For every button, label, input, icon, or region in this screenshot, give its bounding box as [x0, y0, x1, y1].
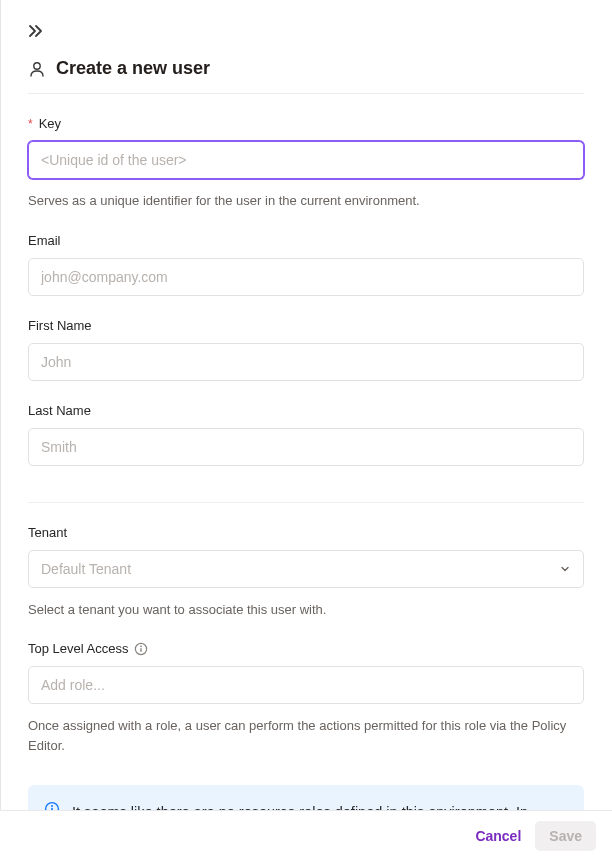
email-input[interactable] — [28, 258, 584, 296]
email-label: Email — [28, 233, 61, 248]
top-level-access-help: Once assigned with a role, a user can pe… — [28, 716, 584, 755]
first-name-label: First Name — [28, 318, 92, 333]
page-title: Create a new user — [56, 58, 210, 79]
info-alert: It seems like there are no resource role… — [28, 785, 584, 810]
svg-point-2 — [141, 645, 143, 647]
user-icon — [28, 60, 46, 78]
svg-point-5 — [51, 805, 53, 807]
collapse-panel-button[interactable] — [28, 24, 584, 38]
top-level-access-label: Top Level Access — [28, 641, 128, 656]
tenant-label: Tenant — [28, 525, 67, 540]
first-name-input[interactable] — [28, 343, 584, 381]
tenant-help: Select a tenant you want to associate th… — [28, 600, 584, 620]
save-button[interactable]: Save — [535, 821, 596, 851]
top-level-access-input[interactable] — [28, 666, 584, 704]
key-label: Key — [39, 116, 61, 131]
field-first-name: First Name — [28, 318, 584, 381]
footer: Cancel Save — [0, 810, 612, 860]
tenant-selected-value: Default Tenant — [41, 561, 131, 577]
tenant-select[interactable]: Default Tenant — [28, 550, 584, 588]
field-top-level-access: Top Level Access Once assigned with a ro… — [28, 641, 584, 755]
cancel-button[interactable]: Cancel — [475, 828, 521, 844]
last-name-input[interactable] — [28, 428, 584, 466]
field-email: Email — [28, 233, 584, 296]
field-tenant: Tenant Default Tenant Select a tenant yo… — [28, 525, 584, 620]
chevrons-right-icon — [28, 24, 44, 38]
key-input[interactable] — [28, 141, 584, 179]
required-marker: * — [28, 118, 33, 130]
section-divider — [28, 502, 584, 503]
chevron-down-icon — [559, 563, 571, 575]
field-last-name: Last Name — [28, 403, 584, 466]
info-icon[interactable] — [134, 642, 148, 656]
field-key: * Key Serves as a unique identifier for … — [28, 116, 584, 211]
page-title-row: Create a new user — [28, 58, 584, 94]
key-help: Serves as a unique identifier for the us… — [28, 191, 584, 211]
svg-rect-3 — [141, 648, 142, 652]
last-name-label: Last Name — [28, 403, 91, 418]
alert-info-icon — [44, 801, 60, 810]
svg-point-0 — [34, 62, 40, 68]
